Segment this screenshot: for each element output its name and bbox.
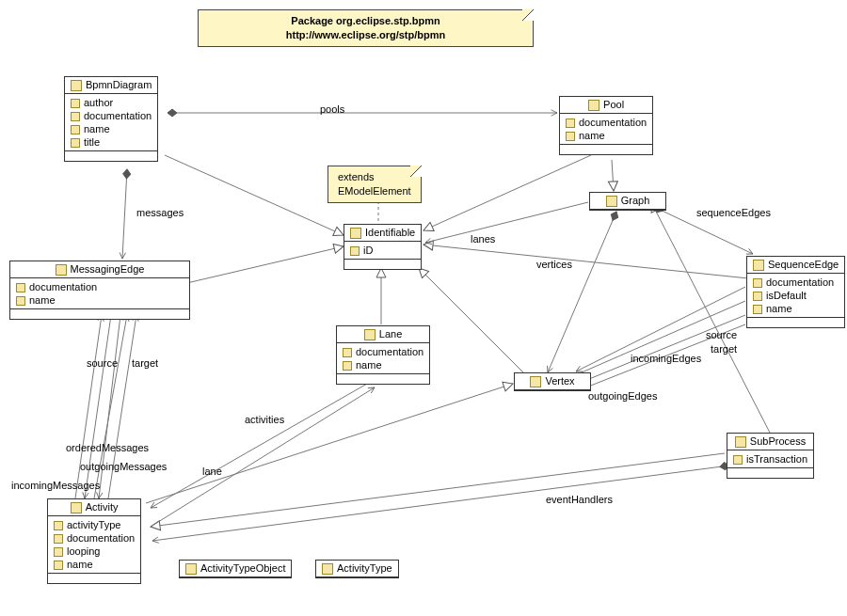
label-target2: target bbox=[711, 343, 737, 355]
label-source: source bbox=[87, 357, 118, 369]
extends-note-line2: EModelElement bbox=[338, 184, 411, 198]
label-sequenceedges: sequenceEdges bbox=[696, 207, 771, 218]
svg-line-12 bbox=[548, 212, 616, 372]
label-activities: activities bbox=[245, 414, 284, 425]
svg-line-11 bbox=[122, 169, 127, 259]
svg-line-6 bbox=[612, 160, 614, 191]
class-bpmndiagram: BpmnDiagram author documentation name ti… bbox=[64, 76, 158, 162]
extends-note-line1: extends bbox=[338, 170, 411, 184]
extends-note: extends EModelElement bbox=[328, 166, 422, 203]
label-orderedmessages: orderedMessages bbox=[66, 442, 149, 453]
datatype-icon bbox=[185, 563, 197, 575]
class-icon bbox=[71, 502, 82, 513]
svg-line-20 bbox=[151, 384, 367, 508]
label-lanes: lanes bbox=[471, 233, 495, 245]
datatype-icon bbox=[322, 563, 333, 575]
class-messagingedge: MessagingEdge documentation name bbox=[9, 261, 190, 320]
class-icon bbox=[606, 196, 617, 207]
label-lane: lane bbox=[202, 466, 222, 477]
class-vertex: Vertex bbox=[514, 372, 591, 391]
svg-line-26 bbox=[152, 466, 729, 541]
class-icon bbox=[735, 436, 746, 448]
label-outgoingmessages: outgoingMessages bbox=[80, 461, 167, 472]
class-title: BpmnDiagram bbox=[65, 77, 157, 94]
package-note-line2: http://www.eclipse.org/stp/bpmn bbox=[208, 28, 523, 42]
svg-line-7 bbox=[146, 384, 513, 503]
svg-line-0 bbox=[165, 155, 344, 235]
label-pools: pools bbox=[320, 103, 344, 115]
class-activitytype: ActivityType bbox=[315, 560, 399, 578]
svg-line-21 bbox=[151, 387, 375, 527]
label-eventhandlers: eventHandlers bbox=[546, 494, 613, 505]
attrs: author documentation name title bbox=[65, 94, 157, 151]
label-incomingedges: incomingEdges bbox=[631, 353, 701, 364]
class-graph: Graph bbox=[589, 192, 666, 211]
class-activitytypeobject: ActivityTypeObject bbox=[179, 560, 292, 578]
class-icon bbox=[350, 228, 361, 239]
class-icon bbox=[530, 376, 541, 387]
class-lane: Lane documentation name bbox=[336, 325, 430, 385]
class-sequenceedge: SequenceEdge documentation isDefault nam… bbox=[746, 256, 845, 328]
class-identifiable: Identifiable iD bbox=[344, 224, 422, 270]
class-subprocess: SubProcess isTransaction bbox=[727, 433, 814, 479]
class-activity: Activity activityType documentation loop… bbox=[47, 498, 141, 584]
svg-line-5 bbox=[424, 245, 748, 278]
class-pool: Pool documentation name bbox=[559, 96, 653, 155]
svg-line-1 bbox=[424, 155, 591, 230]
label-incomingmessages: incomingMessages bbox=[11, 480, 100, 491]
label-outgoingedges: outgoingEdges bbox=[588, 390, 657, 402]
class-icon bbox=[588, 100, 599, 111]
package-note: Package org.eclipse.stp.bpmn http://www.… bbox=[198, 9, 534, 47]
class-icon bbox=[56, 264, 67, 276]
svg-line-8 bbox=[151, 453, 725, 527]
label-messages: messages bbox=[136, 207, 184, 218]
label-target: target bbox=[132, 357, 158, 369]
label-source2: source bbox=[706, 329, 737, 340]
svg-line-14 bbox=[425, 202, 588, 243]
package-note-line1: Package org.eclipse.stp.bpmn bbox=[208, 14, 523, 28]
class-icon bbox=[364, 329, 376, 340]
svg-line-4 bbox=[419, 268, 527, 376]
class-icon bbox=[71, 80, 82, 91]
label-vertices: vertices bbox=[536, 259, 572, 270]
class-icon bbox=[753, 260, 764, 271]
